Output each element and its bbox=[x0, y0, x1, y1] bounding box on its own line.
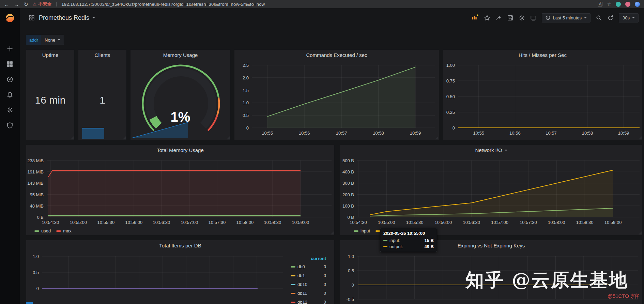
x-axis-label: 10:57:30 bbox=[520, 220, 537, 225]
profile-avatar[interactable] bbox=[635, 2, 640, 7]
legend-label: db10 bbox=[297, 282, 324, 287]
alerting-bell-icon[interactable] bbox=[6, 91, 13, 98]
browser-forward-button[interactable]: → bbox=[14, 2, 19, 7]
y-axis-label: 0 B bbox=[37, 215, 44, 220]
y-axis-label: 200 B bbox=[342, 192, 354, 197]
tv-cycle-icon[interactable] bbox=[530, 15, 537, 21]
legend-row-db12[interactable]: db12 0 bbox=[291, 299, 326, 304]
extension-icon-teal[interactable] bbox=[616, 2, 621, 7]
x-axis-label: 10:58 bbox=[373, 131, 384, 136]
chevron-down-icon bbox=[505, 150, 507, 151]
panel-title[interactable]: Total Memory Usage bbox=[26, 145, 334, 156]
x-axis-label: 10:54:30 bbox=[350, 220, 367, 225]
panel-network-io: Network I/O 500 B400 B300 B200 B100 B0 B… bbox=[340, 145, 643, 235]
x-axis-label: 10:59:00 bbox=[604, 220, 622, 225]
legend-value: 0 bbox=[324, 291, 326, 296]
security-indicator[interactable]: ⚠ 不安全 bbox=[33, 1, 52, 7]
extension-icon-pink[interactable] bbox=[625, 2, 630, 7]
panel-title[interactable]: Commands Executed / sec bbox=[234, 50, 439, 61]
y-axis-label: 0.25 bbox=[446, 110, 455, 115]
time-range-picker[interactable]: Last 5 minutes bbox=[542, 13, 591, 22]
star-icon[interactable] bbox=[484, 15, 490, 21]
x-axis-label: 10:56 bbox=[509, 131, 521, 136]
chevron-down-icon bbox=[584, 17, 587, 18]
panel-title[interactable]: Hits / Misses per Sec bbox=[443, 50, 642, 61]
series-color-dash bbox=[383, 246, 387, 247]
create-plus-icon[interactable] bbox=[6, 45, 13, 52]
configuration-gear-icon[interactable] bbox=[6, 107, 13, 113]
settings-gear-icon[interactable] bbox=[519, 15, 525, 21]
bookmark-star-icon[interactable]: ☆ bbox=[607, 1, 611, 7]
tooltip-timestamp: 2020-05-26 10:55:00 bbox=[383, 231, 434, 236]
dashboard-canvas: addr None Uptime 16 min Clients 1 Memory… bbox=[20, 27, 644, 304]
series-color-dash bbox=[383, 240, 387, 241]
chart-canvas[interactable] bbox=[458, 65, 640, 128]
dashboard-picker-icon[interactable] bbox=[29, 15, 35, 21]
y-axis-label: 2.5 bbox=[243, 63, 249, 68]
legend-column-header[interactable]: current bbox=[291, 256, 326, 261]
url-text[interactable]: 192.168.122.7:30003/d/_z5e4OkGz/promethe… bbox=[61, 2, 265, 7]
panel-title[interactable]: Memory Usage bbox=[131, 50, 230, 61]
divider bbox=[56, 2, 57, 6]
commands-chart: 2.52.01.51.00.5010:5510:5610:5710:5810:5… bbox=[252, 65, 435, 128]
uptime-value: 16 min bbox=[26, 95, 74, 106]
dashboard-title-dropdown[interactable]: Prometheus Redis bbox=[39, 14, 95, 21]
y-axis-label: 48 MiB bbox=[30, 203, 44, 208]
legend-item-used[interactable]: used bbox=[34, 228, 51, 233]
x-axis-label: 10:54:30 bbox=[42, 220, 59, 225]
translate-icon[interactable]: A bbox=[598, 2, 602, 6]
tooltip-row-output: output: 49 B bbox=[383, 244, 434, 249]
chart-canvas[interactable] bbox=[357, 161, 640, 217]
panel-memory-usage: Memory Usage 1% bbox=[130, 49, 231, 140]
clients-value: 1 bbox=[78, 95, 126, 106]
panel-clients: Clients 1 bbox=[78, 49, 127, 140]
y-axis-label: 0.5 bbox=[33, 270, 39, 275]
chevron-down-icon bbox=[58, 39, 60, 41]
chart-canvas[interactable] bbox=[42, 256, 283, 288]
panel-title[interactable]: Clients bbox=[78, 50, 126, 61]
y-axis-label: 0 B bbox=[347, 215, 354, 220]
panel-hits-misses: Hits / Misses per Sec 1.000.750.500.2501… bbox=[443, 49, 643, 140]
y-axis-label: 191 MiB bbox=[27, 169, 44, 174]
y-axis-label: 0 bbox=[453, 125, 455, 131]
share-icon[interactable] bbox=[495, 15, 502, 21]
legend-row-db10[interactable]: db10 0 bbox=[291, 282, 326, 287]
add-panel-icon[interactable] bbox=[472, 14, 479, 22]
y-axis-label: 0 bbox=[246, 125, 249, 131]
variable-addr-dropdown[interactable]: addr None bbox=[26, 35, 64, 45]
panel-title-dropdown[interactable]: Network I/O bbox=[340, 145, 642, 156]
refresh-interval-picker[interactable]: 30s bbox=[619, 13, 639, 22]
hits-misses-chart: 1.000.750.500.25010:5510:5610:5710:5810:… bbox=[458, 65, 640, 128]
legend-label: used bbox=[41, 228, 51, 233]
legend-row-db0[interactable]: db0 0 bbox=[291, 264, 326, 270]
browser-reload-button[interactable]: ↻ bbox=[24, 2, 28, 7]
legend-value: 0 bbox=[324, 300, 326, 304]
y-axis-label: 2.0 bbox=[243, 75, 249, 80]
legend-row-db11[interactable]: db11 0 bbox=[291, 290, 326, 296]
shield-icon[interactable] bbox=[6, 122, 13, 129]
legend-item-max[interactable]: max bbox=[56, 228, 72, 233]
chart-canvas[interactable] bbox=[252, 65, 435, 128]
y-axis-label: 1.5 bbox=[243, 88, 249, 93]
legend-row-db1[interactable]: db1 0 bbox=[291, 273, 326, 278]
x-axis-label: 10:56:00 bbox=[125, 220, 143, 225]
dashboard-navbar: Prometheus Redis bbox=[20, 8, 644, 27]
legend-item-input[interactable]: input bbox=[354, 228, 370, 233]
zoom-out-icon[interactable] bbox=[596, 15, 602, 21]
chart-canvas[interactable] bbox=[47, 161, 332, 217]
save-icon[interactable] bbox=[507, 15, 513, 21]
x-axis-label: 10:58:30 bbox=[576, 220, 594, 225]
browser-back-button[interactable]: ← bbox=[4, 2, 9, 7]
legend-value: 0 bbox=[324, 264, 326, 269]
explore-compass-icon[interactable] bbox=[6, 76, 13, 83]
series-color-dash bbox=[291, 293, 295, 294]
legend-label: db0 bbox=[297, 264, 324, 269]
x-axis-label: 10:59:00 bbox=[292, 220, 309, 225]
panel-title[interactable]: Uptime bbox=[26, 50, 74, 61]
x-axis-label: 10:57 bbox=[546, 131, 557, 136]
refresh-icon[interactable] bbox=[607, 15, 614, 21]
dashboards-icon[interactable] bbox=[6, 61, 13, 67]
panel-title[interactable]: Total Items per DB bbox=[26, 240, 334, 251]
grafana-logo[interactable] bbox=[5, 13, 15, 23]
y-axis-label: -0.5 bbox=[347, 297, 354, 302]
